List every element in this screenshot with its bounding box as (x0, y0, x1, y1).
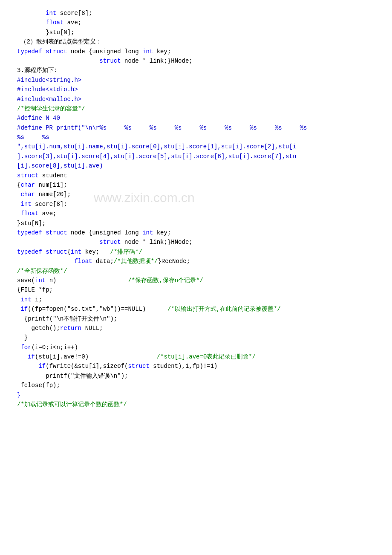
code-line: if((fp=fopen("sc.txt","wb"))==NULL) /*以输… (17, 304, 375, 314)
code-content: int score[8]; float ave; }stu[N]; （2）散列表… (17, 9, 375, 409)
code-line: %s %s (17, 133, 375, 142)
code-line: int score[8]; (17, 199, 375, 209)
code-line: typedef struct node {unsigned long int k… (17, 228, 375, 237)
code-line: ].score[3],stu[i].score[4],stu[i].score[… (17, 152, 375, 161)
code-line: {printf("\n不能打开文件\n"); (17, 314, 375, 324)
code-line: #include<malloc.h> (17, 95, 375, 104)
code-line: /*加载记录或可以计算记录个数的函数*/ (17, 400, 375, 409)
code-line: float ave; (17, 18, 375, 27)
code-line: #include<string.h> (17, 75, 375, 85)
code-line: （2）散列表的结点类型定义： (17, 37, 375, 46)
code-line: if(stu[i].ave!=0) /*stu[i].ave=0表此记录已删除*… (17, 352, 375, 361)
code-line: getch();return NULL; (17, 324, 375, 333)
code-line: int i; (17, 295, 375, 304)
code-line: struct node * link;}HNode; (17, 56, 375, 66)
code-line: int score[8]; (17, 9, 375, 18)
code-line: struct student (17, 171, 375, 180)
code-line: float ave; (17, 209, 375, 218)
code-line: [i].score[8],stu[i].ave) (17, 161, 375, 171)
code-line: typedef struct{int key; /*排序码*/ (17, 247, 375, 257)
code-line: }stu[N]; (17, 219, 375, 228)
code-line: }stu[N]; (17, 28, 375, 37)
code-line: } (17, 390, 375, 400)
code-line: 3.源程序如下: (17, 66, 375, 75)
code-line: for(i=0;i<n;i++) (17, 343, 375, 352)
code-line: #define N 40 (17, 113, 375, 123)
code-line: fclose(fp); (17, 381, 375, 390)
code-line: ",stu[i].num,stu[i].name,stu[i].score[0]… (17, 142, 375, 151)
code-line: #define PR printf("\n\r%s %s %s %s %s %s… (17, 123, 375, 133)
code-line: save(int n) /*保存函数,保存n个记录*/ (17, 276, 375, 285)
code-line: /*控制学生记录的容量*/ (17, 104, 375, 113)
code-line: {FILE *fp; (17, 285, 375, 295)
code-line: typedef struct node {unsigned long int k… (17, 47, 375, 56)
page-wrapper: www.zixin.com.cn int score[8]; float ave… (17, 9, 375, 546)
code-line: {char num[11]; (17, 180, 375, 190)
code-line: struct node * link;}HNode; (17, 237, 375, 247)
code-line: printf("文件输入错误\n"); (17, 371, 375, 381)
code-line: } (17, 333, 375, 342)
code-line: char name[20]; (17, 190, 375, 199)
code-line: #include<stdio.h> (17, 85, 375, 94)
code-line: float data;/*其他数据项*/}RecNode; (17, 257, 375, 266)
code-line: /*全新保存函数*/ (17, 266, 375, 276)
code-line: if(fwrite(&stu[i],sizeof(struct student)… (17, 361, 375, 371)
